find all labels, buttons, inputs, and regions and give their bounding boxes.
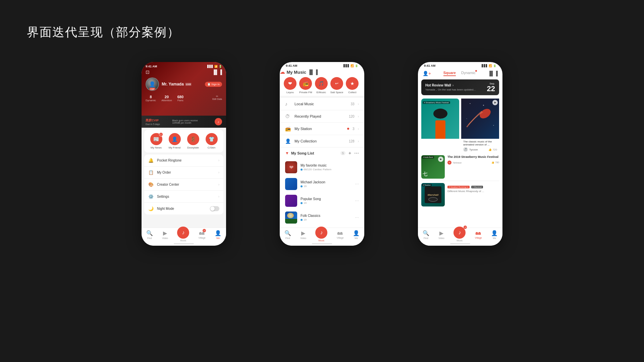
chart-icon[interactable]: ▐▌▐ (308, 69, 318, 75)
equalizer-icon[interactable]: ▐▌▐ (212, 69, 222, 75)
nav-find[interactable]: 🔍 Find (146, 230, 153, 242)
song-more-button[interactable]: ⋯ (355, 182, 359, 186)
p2-nav-village[interactable]: 🏘 Village (337, 230, 344, 242)
p3-nav-music[interactable]: ♪10 Music (453, 230, 466, 242)
wide-card-marshall[interactable]: # Headset Marshall # Headset Running-in … (421, 183, 499, 208)
vip-banner[interactable]: 黑胶CVIP Due in 5 days Black gum users rec… (142, 116, 226, 128)
menu-creator-center[interactable]: 🎨 Creator Center › (144, 179, 223, 191)
phones-container: 9:41 AM ▋▋▋ 📶 🔋 ⊡ ▐▌▐ 👤 CVIP (0, 62, 644, 246)
quick-actions: 📰3 My News 👤 My Friend 🚪 Doorplate 👕 C/S… (144, 130, 223, 153)
p3-nav-village[interactable]: 🏘 Village (475, 230, 482, 242)
p3-chart-icon[interactable]: ▐▌▐ (488, 71, 498, 76)
song-more-button[interactable]: ⋯ (355, 215, 359, 220)
stat-dynamic: 8 Dynamic (146, 95, 156, 102)
avatar: 👤 CVIP (146, 77, 159, 91)
local-music-item[interactable]: ♪ Local Music 33 › (280, 98, 364, 110)
level-badge: LV.8 (185, 83, 192, 86)
song-item-1[interactable]: Michael Jackson 19 ⋯ (280, 176, 364, 192)
night-mode-toggle[interactable] (210, 206, 219, 211)
song-item-3[interactable]: Folk Classics 19 ⋯ (280, 209, 364, 226)
card-strawberry[interactable]: # Strawberry Music Festival (421, 99, 459, 153)
phone2-title: My Music (286, 70, 306, 75)
tab-square[interactable]: Square (443, 71, 456, 76)
song-item-2[interactable]: Popular Song 19 ⋯ (280, 192, 364, 209)
song-more-button[interactable]: ⋯ (355, 198, 359, 203)
phone2-tabs: ❤ Leyou 📻 Private FM 🎵 E/Music ↩ Sati Sp… (280, 75, 364, 96)
qa-my-friend[interactable]: 👤 My Friend (169, 133, 181, 149)
nav-music[interactable]: ♪ Music (177, 230, 189, 242)
my-collection-item[interactable]: 👤 My Collection 128 › (280, 135, 364, 147)
phone2-frame: 9:41 AM ▋▋▋ 📶 🔋 ☁ My Music ▐▌▐ ❤ Leyou 📻… (280, 62, 364, 246)
hot-review-banner[interactable]: Hot Review Wall › Yamada，On the wall has… (421, 79, 499, 95)
p3-nav-video[interactable]: ▶ Video (438, 230, 444, 242)
qa-doorplate[interactable]: 🚪 Doorplate (187, 133, 199, 149)
menu-my-order[interactable]: 📋 My Order › (144, 167, 223, 179)
cards-row: # Strawberry Music Festival (418, 97, 502, 155)
tab-emusic[interactable]: 🎵 E/Music (315, 77, 328, 94)
phone1-menu: 🔔 Pocket Ringtone › 📋 My Order › 🎨 Creat… (144, 155, 223, 215)
wide-card-strawberry[interactable]: # Audio Band ▶ 七 The 2019 Strawberry Mus… (421, 155, 499, 181)
p3-nav-me[interactable]: 👤 Me (491, 230, 498, 242)
phone1-nav: 🔍 Find ▶ Video ♪ Music 🏘10 Village 👤 Me (142, 228, 226, 246)
collapse-icon[interactable]: ▼ (285, 151, 289, 156)
logo-icon[interactable]: ☁ (280, 69, 285, 75)
recently-played-item[interactable]: ⏱ Recently Played 120 › (280, 110, 364, 123)
p3-nav-find[interactable]: 🔍 Find (423, 230, 429, 242)
p2-nav-music[interactable]: ♪ Music (315, 230, 327, 242)
nav-me[interactable]: 👤 Me (215, 230, 221, 242)
nav-video[interactable]: ▶ Video (162, 230, 168, 242)
edit-data-button[interactable]: ✏ Edit Data (212, 95, 222, 102)
card-comet: ▶ (461, 99, 499, 153)
svg-point-1 (483, 105, 484, 106)
phone3-header: 👤+ Square Dynamic ▐▌▐ (418, 69, 502, 78)
menu-night-mode[interactable]: 🌙 Night Mode (144, 203, 223, 215)
stat-attention: 20 Attention (161, 95, 172, 102)
stat-fans: 680 Fans (177, 95, 183, 102)
user-name: Mr. Yamada (162, 82, 184, 86)
phone1-status-time: 9:41 AM (146, 65, 157, 68)
nav-village[interactable]: 🏘10 Village (199, 230, 206, 242)
tab-dynamic[interactable]: Dynamic (461, 71, 476, 76)
menu-settings[interactable]: ⚙️ Settings › (144, 191, 223, 203)
phone3-nav: 🔍 Find ▶ Video ♪10 Music 🏘 Village 👤 Me (418, 228, 502, 246)
vip-icon: ♪ (215, 118, 222, 125)
my-station-item[interactable]: 📻 My Station 3 › (280, 123, 364, 135)
p2-nav-video[interactable]: ▶ Video (300, 230, 306, 242)
song-list-header: ▼ My Song List 5 ＋ ⋯ (280, 147, 364, 159)
menu-pocket-ringtone[interactable]: 🔔 Pocket Ringtone › (144, 155, 223, 167)
qa-my-news[interactable]: 📰3 My News (150, 133, 162, 149)
tab-collect[interactable]: ★ Collect (346, 77, 359, 94)
add-song-button[interactable]: ＋ (347, 150, 352, 156)
tab-leyou[interactable]: ❤ Leyou (284, 77, 297, 94)
svg-point-3 (467, 118, 467, 119)
p2-nav-me[interactable]: 👤 Me (353, 230, 360, 242)
sign-in-button[interactable]: 📋 Sign In (205, 82, 222, 87)
phone2-nav: 🔍 Find ▶ Video ♪ Music 🏘 Village 👤 Me (280, 228, 364, 246)
svg-point-4 (493, 125, 494, 126)
p2-nav-find[interactable]: 🔍 Find (284, 230, 291, 242)
song-item-0[interactable]: ❤ My favorite music 68/120 Cardiac Patte… (280, 159, 364, 176)
phone2-header: ☁ My Music ▐▌▐ (280, 69, 364, 75)
phone3-frame: 9:41 AM ▋▋▋ 📶 🔋 👤+ Square Dynamic ▐▌▐ (418, 62, 502, 246)
tab-sati[interactable]: ↩ Sati Space (330, 77, 343, 94)
phone1-hero: 9:41 AM ▋▋▋ 📶 🔋 ⊡ ▐▌▐ 👤 CVIP (142, 62, 226, 116)
wide-cards: # Audio Band ▶ 七 The 2019 Strawberry Mus… (418, 155, 502, 208)
more-options-button[interactable]: ⋯ (354, 150, 359, 156)
user-add-icon[interactable]: 👤+ (423, 71, 431, 76)
expand-icon[interactable]: ⊡ (146, 69, 150, 75)
tab-private-fm[interactable]: 📻 Private FM (299, 77, 312, 94)
phone3-status-time: 9:41 AM (424, 64, 435, 67)
phone2-status-time: 9:41 AM (286, 64, 297, 67)
svg-point-0 (470, 103, 471, 104)
page-title: 界面迭代呈现（部分案例） (27, 24, 180, 41)
wide-play-button[interactable]: ▶ (438, 157, 443, 162)
card-tag: # Strawberry Music Festival (423, 101, 450, 104)
phone1-frame: 9:41 AM ▋▋▋ 📶 🔋 ⊡ ▐▌▐ 👤 CVIP (142, 62, 226, 246)
qa-cskin[interactable]: 👕 C/Skin (206, 133, 218, 149)
